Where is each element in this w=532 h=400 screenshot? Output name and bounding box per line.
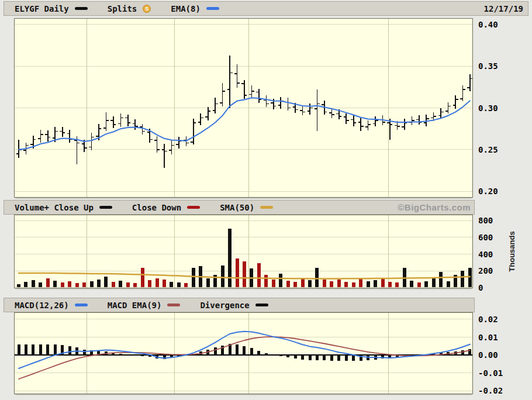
splits-label: Splits	[108, 4, 137, 13]
volume-down-label: Close Down	[132, 203, 181, 212]
volume-down-legend: Close Down	[132, 203, 200, 212]
ema-legend: EMA(8)	[171, 4, 219, 13]
macd-line-legend: MACD(12,26)	[15, 301, 88, 310]
symbol-legend: ELYGF Daily	[15, 4, 88, 13]
volume-down-swatch-icon	[187, 206, 200, 209]
header-strip: ELYGF Daily Splits S EMA(8) 12/17/19	[4, 1, 528, 16]
axis-tick-label: 0.02	[478, 314, 498, 325]
chart-date: 12/17/19	[484, 4, 523, 13]
axis-tick-label: 800	[478, 215, 493, 226]
volume-up-swatch-icon	[99, 206, 112, 209]
macd-legend-strip: MACD(12,26) MACD EMA(9) Divergence	[4, 298, 475, 312]
axis-tick-label: 600	[478, 232, 493, 243]
volume-panel	[15, 215, 472, 288]
price-panel	[15, 19, 472, 197]
symbol-label: ELYGF Daily	[15, 4, 69, 13]
macd-panel	[15, 313, 472, 394]
axis-tick-label: 0.00	[478, 350, 498, 360]
ema-label: EMA(8)	[171, 4, 201, 13]
bigcharts-watermark: ©BigCharts.com	[398, 202, 471, 212]
ema-swatch-icon	[206, 7, 219, 10]
axis-tick-label: 200	[478, 265, 493, 276]
macd-chart-svg	[15, 313, 472, 394]
divergence-label: Divergence	[200, 301, 249, 310]
axis-tick-label: 0.25	[478, 144, 498, 155]
axis-tick-label: 0.35	[478, 61, 498, 71]
macd-label: MACD(12,26)	[15, 301, 69, 310]
macd-ema-legend: MACD EMA(9)	[108, 301, 181, 310]
splits-legend: Splits S	[108, 4, 151, 13]
price-axis: 0.400.350.300.250.20	[478, 19, 519, 197]
macd-ema-label: MACD EMA(9)	[108, 301, 162, 310]
axis-tick-label: 0.40	[478, 19, 498, 30]
macd-ema-swatch-icon	[167, 304, 180, 306]
sma-swatch-icon	[260, 206, 273, 209]
divergence-bars	[18, 344, 472, 361]
axis-tick-label: 400	[478, 249, 493, 260]
volume-up-legend: Volume+ Close Up	[15, 203, 112, 212]
price-chart-svg	[15, 19, 472, 197]
axis-tick-label: 0.01	[478, 332, 498, 343]
volume-axis-unit-label: Thousands	[506, 215, 518, 288]
sma-label: SMA(50)	[220, 203, 254, 212]
volume-up-label: Volume+ Close Up	[15, 203, 94, 212]
divergence-legend: Divergence	[200, 301, 268, 310]
axis-tick-label: -0.02	[478, 385, 503, 396]
divergence-swatch-icon	[255, 304, 268, 306]
axis-tick-label: -0.01	[478, 368, 503, 378]
price-series-swatch-icon	[75, 7, 88, 10]
axis-tick-label: 0	[478, 282, 483, 293]
macd-swatch-icon	[75, 304, 88, 306]
splits-icon: S	[143, 5, 151, 13]
ohlc-bars	[16, 56, 473, 168]
macd-axis: 0.020.010.00-0.01-0.02	[478, 313, 519, 394]
axis-tick-label: 0.20	[478, 186, 498, 196]
volume-chart-svg	[15, 215, 472, 288]
sma-legend: SMA(50)	[220, 203, 273, 212]
bigcharts-chart: ELYGF Daily Splits S EMA(8) 12/17/19 0.4…	[0, 0, 532, 400]
gridlines	[15, 19, 472, 197]
axis-tick-label: 0.30	[478, 103, 498, 113]
volume-legend-strip: Volume+ Close Up Close Down SMA(50) ©Big…	[4, 200, 475, 215]
